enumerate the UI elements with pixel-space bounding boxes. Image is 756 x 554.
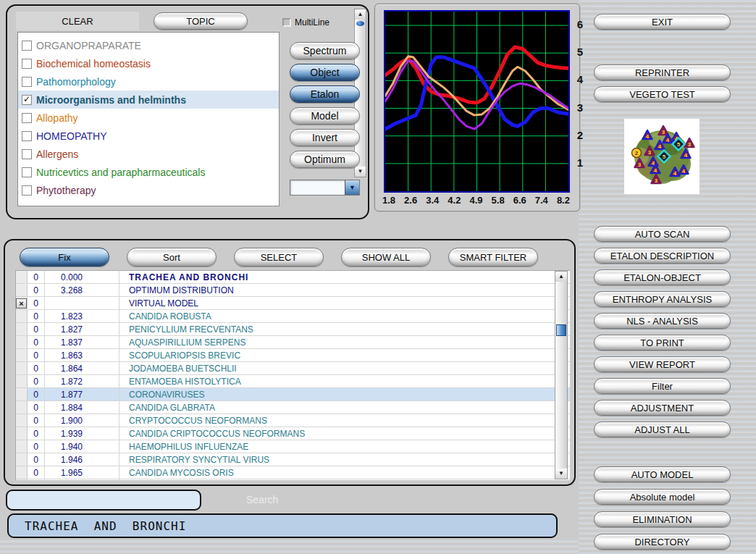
topic-item-homeopathy[interactable]: HOMEOPATHY <box>18 127 279 145</box>
topic-item-phytotherapy[interactable]: Phytotherapy <box>18 181 279 199</box>
etalon-dropdown[interactable]: ▼ <box>290 180 360 196</box>
fix-cell[interactable] <box>16 271 28 283</box>
vegeto-test-button[interactable]: VEGETO TEST <box>594 86 731 102</box>
scroll-down-icon[interactable]: ▼ <box>355 167 366 177</box>
scroll-down-icon[interactable]: ▼ <box>555 469 567 479</box>
to-print-button[interactable]: TO PRINT <box>594 335 731 351</box>
result-row-aquaspirillium-serpens[interactable]: 01.837AQUASPIRILLIUM SERPENS <box>16 336 570 349</box>
fix-cell[interactable] <box>16 349 28 361</box>
name-cell[interactable]: CANDIDA MYCOSIS ORIS <box>119 466 570 479</box>
result-row-haemophilus-influenzae[interactable]: 01.940HAEMOPHILUS INFLUENZAE <box>16 440 570 453</box>
directory-button[interactable]: DIRECTORY <box>594 534 731 550</box>
scroll-up-icon[interactable]: ▲ <box>355 9 366 20</box>
search-input[interactable] <box>6 490 201 511</box>
topic-item-biochemical-homeostasis[interactable]: Biochemical homeostasis <box>18 54 279 72</box>
multiline-option[interactable]: MultiLine <box>282 17 329 28</box>
absolute-model-button[interactable]: Absolute model <box>594 489 731 505</box>
topics-list[interactable]: ORGANOPRAPARATEBiochemical homeostasisPa… <box>17 32 280 206</box>
topic-item-organopraparate[interactable]: ORGANOPRAPARATE <box>18 36 279 54</box>
fix-cell[interactable] <box>16 466 28 479</box>
fix-cell[interactable] <box>16 310 28 322</box>
topic-checkbox[interactable] <box>22 185 32 196</box>
result-row-candida-criptococcus-neoformans[interactable]: 01.939CANDIDA CRIPTOCOCCUS NEOFORMANS <box>16 427 570 440</box>
topic-checkbox[interactable] <box>22 167 32 177</box>
mode-button-etalon[interactable]: Etalon <box>290 85 360 103</box>
results-button-smart-filter[interactable]: SMART FILTER <box>448 248 538 266</box>
filter-button[interactable]: Filter <box>594 378 731 394</box>
fix-cell[interactable] <box>16 440 28 453</box>
results-table[interactable]: 00.000TRACHEA AND BRONCHI03.268OPTIMUM D… <box>15 270 570 480</box>
topic-checkbox[interactable] <box>22 149 32 159</box>
fix-cell[interactable] <box>16 388 28 400</box>
name-cell[interactable]: VIRTUAL MODEL <box>119 297 570 309</box>
etalon-description-button[interactable]: ETALON DESCRIPTION <box>594 248 731 264</box>
name-cell[interactable]: CANDIDA GLABRATA <box>119 401 570 414</box>
name-cell[interactable]: RESPIRATORY SYNCYTIAL VIRUS <box>119 453 570 466</box>
nls-analysis-button[interactable]: NLS - ANALYSIS <box>594 313 731 329</box>
fix-cell[interactable] <box>16 479 28 480</box>
elimination-button[interactable]: ELIMINATION <box>594 511 731 527</box>
topic-checkbox[interactable] <box>22 113 32 123</box>
adjustment-button[interactable]: ADJUSTMENT <box>594 400 731 416</box>
result-row-coronaviruses[interactable]: 01.877CORONAVIRUSES <box>16 388 570 401</box>
topic-item-nutricevtics-and-parapharmaceuticals[interactable]: Nutricevtics and parapharmaceuticals <box>18 163 279 181</box>
results-button-show-all[interactable]: SHOW ALL <box>341 248 431 266</box>
fix-cell[interactable] <box>16 427 28 440</box>
result-row-candida-saharomyces[interactable]: 01.971CANDIDA SAHAROMYCES <box>16 479 570 480</box>
topic-checkbox[interactable] <box>22 77 32 87</box>
topic-item-allergens[interactable]: Allergens <box>18 145 279 163</box>
exit-button[interactable]: EXIT <box>594 14 731 30</box>
result-row-candida-glabrata[interactable]: 01.884CANDIDA GLABRATA <box>16 401 570 414</box>
fix-cell[interactable] <box>16 401 28 414</box>
name-cell[interactable]: CORONAVIRUSES <box>119 388 570 400</box>
fix-cell[interactable] <box>16 284 28 296</box>
etalon-object-button[interactable]: ETALON-OBJECT <box>594 269 731 285</box>
fix-x-button[interactable]: × <box>16 298 27 309</box>
result-row-respiratory-syncytial-virus[interactable]: 01.946RESPIRATORY SYNCYTIAL VIRUS <box>16 453 570 466</box>
result-row-penicyllium-frecventans[interactable]: 01.827PENICYLLIUM FRECVENTANS <box>16 323 570 336</box>
mode-button-model[interactable]: Model <box>290 107 360 125</box>
name-cell[interactable]: PENICYLLIUM FRECVENTANS <box>119 323 570 335</box>
topic-checkbox[interactable] <box>22 131 32 141</box>
mode-button-object[interactable]: Object <box>290 64 360 81</box>
mode-button-optimum[interactable]: Optimum <box>290 151 360 168</box>
name-cell[interactable]: OPTIMUM DISTRIBUTION <box>119 284 570 296</box>
result-row-optimum-distribution[interactable]: 03.268OPTIMUM DISTRIBUTION <box>16 284 570 297</box>
name-cell[interactable]: ENTAMOEBA HISTOLYTICA <box>119 375 570 387</box>
auto-model-button[interactable]: AUTO MODEL <box>594 466 731 482</box>
chevron-down-icon[interactable]: ▼ <box>345 180 359 195</box>
topic-checkbox[interactable] <box>22 59 32 69</box>
clear-button[interactable]: CLEAR <box>16 12 139 30</box>
result-row-jodamoeba-buetschlii[interactable]: 01.864JODAMOEBA BUETSCHLII <box>16 362 570 375</box>
name-cell[interactable]: AQUASPIRILLIUM SERPENS <box>119 336 570 348</box>
auto-scan-button[interactable]: AUTO SCAN <box>594 226 731 242</box>
reprinter-button[interactable]: REPRINTER <box>594 64 731 80</box>
mode-button-spectrum[interactable]: Spectrum <box>290 42 360 59</box>
result-row-trachea-and-bronchi[interactable]: 00.000TRACHEA AND BRONCHI <box>16 271 570 284</box>
results-button-fix[interactable]: Fix <box>20 248 109 266</box>
name-cell[interactable]: CANDIDA ROBUSTA <box>119 310 570 322</box>
fix-cell[interactable] <box>16 323 28 335</box>
result-row-candida-robusta[interactable]: 01.823CANDIDA ROBUSTA <box>16 310 570 323</box>
result-row-candida-mycosis-oris[interactable]: 01.965CANDIDA MYCOSIS ORIS <box>16 466 570 479</box>
name-cell[interactable]: TRACHEA AND BRONCHI <box>119 271 570 283</box>
results-button-select[interactable]: SELECT <box>234 248 324 266</box>
topic-button[interactable]: TOPIC <box>154 12 248 30</box>
result-row-virtual-model[interactable]: ×0VIRTUAL MODEL <box>16 297 570 310</box>
topic-item-allopathy[interactable]: Allopathy <box>18 109 279 127</box>
name-cell[interactable]: HAEMOPHILUS INFLUENZAE <box>119 440 570 453</box>
result-row-cryptococcus-neoformans[interactable]: 01.900CRYPTOCOCCUS NEOFORMANS <box>16 414 570 427</box>
result-row-entamoeba-histolytica[interactable]: 01.872ENTAMOEBA HISTOLYTICA <box>16 375 570 388</box>
results-scrollbar[interactable]: ▲ ▼ <box>555 271 568 479</box>
results-button-sort[interactable]: Sort <box>127 248 217 266</box>
adjust-all-button[interactable]: ADJUST ALL <box>594 421 731 437</box>
name-cell[interactable]: JODAMOEBA BUETSCHLII <box>119 362 570 374</box>
name-cell[interactable]: CANDIDA SAHAROMYCES <box>119 479 570 480</box>
mode-button-invert[interactable]: Invert <box>290 129 360 146</box>
topic-item-microorganisms-and-helminths[interactable]: ✓Microorganisms and helminths <box>18 91 279 109</box>
fix-cell[interactable] <box>16 414 28 427</box>
topic-item-pathomorphology[interactable]: Pathomorphology <box>18 72 279 91</box>
topic-checkbox[interactable]: ✓ <box>22 95 32 105</box>
enthropy-analysis-button[interactable]: ENTHROPY ANALYSIS <box>594 291 731 307</box>
fix-cell[interactable] <box>16 362 28 374</box>
